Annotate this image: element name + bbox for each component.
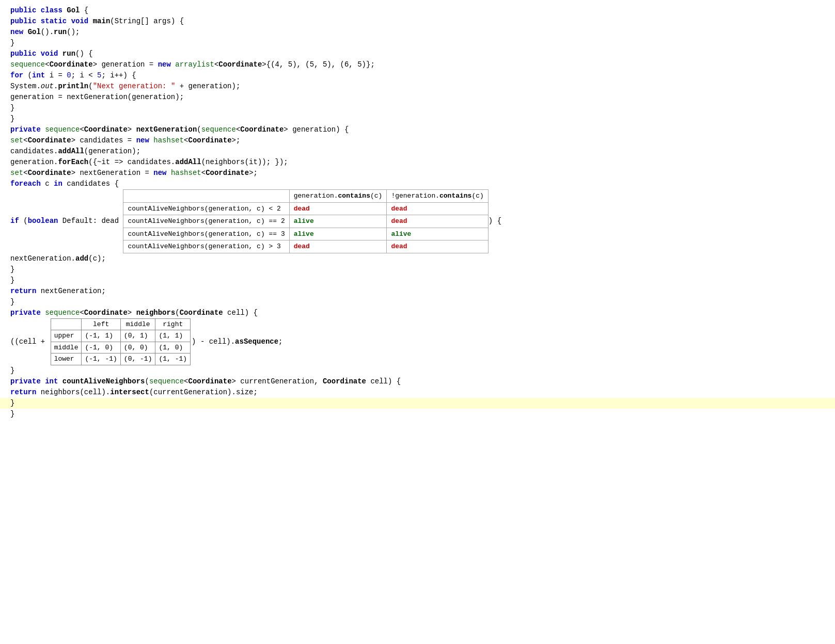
logic-cond-2: countAliveNeighbors(generation, c) == 2 <box>123 215 289 228</box>
line-1: public class Gol { <box>10 5 825 16</box>
nbr-upper-left: (-1, 1) <box>82 330 120 342</box>
logic-cond-1: countAliveNeighbors(generation, c) < 2 <box>123 202 289 215</box>
logic-col-empty <box>123 190 289 203</box>
line-4: new Gol().run(); <box>10 27 825 38</box>
nbr-middle-left: (-1, 0) <box>82 342 120 353</box>
line-17: candidates.addAll(generation); <box>10 146 825 157</box>
line-10: System.out.println("Next generation: " +… <box>10 81 825 92</box>
line-33: return neighbors(cell).intersect(current… <box>10 387 825 398</box>
line-35: } <box>10 409 825 420</box>
logic-col-not-contains: !generation.contains(c) <box>387 190 488 203</box>
line-30: } <box>10 365 825 376</box>
nbr-row-lower: lower (-1, -1) (0, -1) (1, -1) <box>51 353 190 365</box>
line-28: private sequence<Coordinate> neighbors(C… <box>10 308 825 318</box>
nbr-upper-right: (1, 1) <box>155 330 191 342</box>
nbr-lower-middle: (0, -1) <box>120 353 155 365</box>
nbr-header-right: right <box>155 318 191 330</box>
line-34-highlighted: } <box>0 398 835 409</box>
line-18: generation.forEach({~it => candidates.ad… <box>10 157 825 168</box>
line-3: public static void main(String[] args) { <box>10 16 825 27</box>
nbr-middle-middle: (0, 0) <box>120 342 155 353</box>
nbr-lower-left: (-1, -1) <box>82 353 120 365</box>
logic-row-4: countAliveNeighbors(generation, c) > 3 d… <box>123 240 488 253</box>
line-5: } <box>10 38 825 49</box>
line-13: } <box>10 114 825 124</box>
logic-col-contains: generation.contains(c) <box>289 190 387 203</box>
logic-cond-3: countAliveNeighbors(generation, c) == 3 <box>123 228 289 240</box>
nbr-header-middle: middle <box>120 318 155 330</box>
logic-val-3-2: alive <box>387 228 488 240</box>
line-26: } <box>10 297 825 308</box>
logic-val-3-1: alive <box>289 228 387 240</box>
line-22: nextGeneration.add(c); <box>10 253 825 264</box>
line-7: public void run() { <box>10 49 825 59</box>
nbr-label-upper: upper <box>51 330 82 342</box>
nbr-header-left: left <box>82 318 120 330</box>
line-8: sequence<Coordinate> generation = new ar… <box>10 59 825 70</box>
nbr-row-upper: upper (-1, 1) (0, 1) (1, 1) <box>51 330 190 342</box>
logic-row-3: countAliveNeighbors(generation, c) == 3 … <box>123 228 488 240</box>
logic-val-1-1: dead <box>289 202 387 215</box>
line-15: private sequence<Coordinate> nextGenerat… <box>10 124 825 135</box>
logic-val-4-1: dead <box>289 240 387 253</box>
line-24: } <box>10 275 825 286</box>
line-29: ((cell + left middle right upper (-1, 1)… <box>10 318 825 365</box>
nbr-upper-middle: (0, 1) <box>120 330 155 342</box>
code-container: public class Gol { public static void ma… <box>10 5 825 420</box>
line-12: } <box>10 103 825 114</box>
neighbors-table: left middle right upper (-1, 1) (0, 1) (… <box>51 318 191 365</box>
nbr-row-middle: middle (-1, 0) (0, 0) (1, 0) <box>51 342 190 353</box>
logic-val-2-1: alive <box>289 215 387 228</box>
nbr-header-empty <box>51 318 82 330</box>
logic-table: generation.contains(c) !generation.conta… <box>123 189 488 253</box>
logic-cond-4: countAliveNeighbors(generation, c) > 3 <box>123 240 289 253</box>
line-25: return nextGeneration; <box>10 286 825 297</box>
logic-val-2-2: dead <box>387 215 488 228</box>
logic-row-2: countAliveNeighbors(generation, c) == 2 … <box>123 215 488 228</box>
nbr-middle-right: (1, 0) <box>155 342 191 353</box>
nbr-label-middle: middle <box>51 342 82 353</box>
line-20: foreach c in candidates { <box>10 179 825 189</box>
logic-val-4-2: dead <box>387 240 488 253</box>
logic-row-1: countAliveNeighbors(generation, c) < 2 d… <box>123 202 488 215</box>
line-21: if (boolean Default: dead generation.con… <box>10 189 825 253</box>
line-19: set<Coordinate> nextGeneration = new has… <box>10 168 825 179</box>
nbr-lower-right: (1, -1) <box>155 353 191 365</box>
line-23: } <box>10 264 825 275</box>
logic-val-1-2: dead <box>387 202 488 215</box>
nbr-label-lower: lower <box>51 353 82 365</box>
line-11: generation = nextGeneration(generation); <box>10 92 825 103</box>
line-16: set<Coordinate> candidates = new hashset… <box>10 135 825 146</box>
line-32: private int countAliveNeighbors(sequence… <box>10 376 825 387</box>
line-9: for (int i = 0; i < 5; i++) { <box>10 70 825 81</box>
